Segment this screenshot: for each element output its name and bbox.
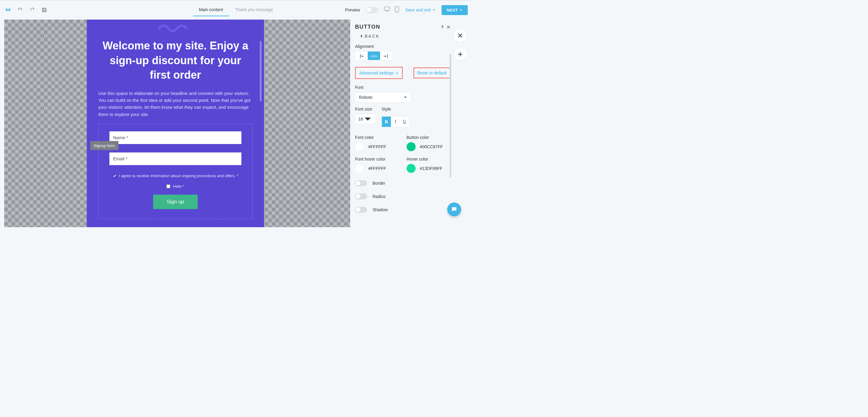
font-select[interactable]: Roboto	[355, 92, 411, 102]
save-and-exit-label: Save and exit	[405, 7, 431, 12]
shadow-toggle[interactable]	[355, 207, 367, 213]
consent-line: I agree to receive information about ong…	[110, 173, 241, 178]
undo-icon[interactable]	[17, 7, 24, 13]
popup-preview[interactable]: Welcome to my site. Enjoy a sign-up disc…	[87, 20, 264, 227]
signup-button[interactable]: Sign up	[153, 195, 198, 209]
right-panel: BUTTON BACK Alignment |← →|← →| Advanced…	[350, 20, 472, 227]
svg-point-2	[397, 11, 397, 11]
redo-icon[interactable]	[29, 7, 36, 13]
border-label: Border	[373, 181, 385, 186]
desktop-icon[interactable]	[384, 6, 390, 13]
topbar: Main content Thank you message Preview S…	[0, 1, 472, 19]
mobile-icon[interactable]	[395, 6, 399, 13]
font-hover-group: Font hover color #FFFFFF	[355, 157, 399, 173]
radius-label: Radius	[373, 194, 386, 199]
hello-line: Hello *	[110, 184, 241, 189]
tab-main-content[interactable]: Main content	[193, 4, 229, 16]
next-label: NEXT	[447, 8, 458, 12]
font-hover-swatch[interactable]	[355, 164, 364, 173]
signup-form[interactable]: Name * Email * I agree to receive inform…	[98, 124, 253, 219]
font-color-group: Font color #FFFFFF	[355, 135, 399, 151]
style-group: B I U	[381, 116, 409, 127]
font-color-hex: #FFFFFF	[368, 144, 386, 149]
email-input[interactable]: Email *	[110, 153, 241, 165]
tab-label: Main content	[199, 7, 223, 12]
consent-text: I agree to receive information about ong…	[119, 173, 239, 178]
logo[interactable]	[5, 7, 11, 13]
svg-rect-0	[384, 7, 390, 10]
button-color-label: Button color	[407, 135, 450, 140]
signup-form-tag: Signup form	[90, 141, 119, 150]
font-size-value: 16	[358, 117, 363, 121]
reset-label: Reset to default	[417, 70, 447, 75]
save-and-exit-link[interactable]: Save and exit	[405, 7, 435, 12]
shadow-label: Shadow	[373, 207, 388, 212]
radius-toggle[interactable]	[355, 193, 367, 199]
close-panel-button[interactable]	[454, 29, 467, 42]
placeholder: Email *	[113, 156, 127, 161]
font-label: Font	[355, 85, 450, 90]
popup-headline: Welcome to my site. Enjoy a sign-up disc…	[98, 38, 253, 83]
popup-scrollbar[interactable]	[260, 41, 261, 101]
border-toggle[interactable]	[355, 180, 367, 186]
panel-scrollbar[interactable]	[450, 54, 451, 178]
save-icon[interactable]	[41, 7, 48, 13]
placeholder: Name *	[113, 135, 128, 140]
alignment-group: |← →|← →|	[355, 51, 393, 60]
bold-button[interactable]: B	[382, 117, 391, 127]
back-button[interactable]: BACK	[360, 34, 450, 38]
editor-canvas: Welcome to my site. Enjoy a sign-up disc…	[4, 20, 350, 227]
name-input[interactable]: Name *	[110, 131, 241, 144]
align-center[interactable]: →|←	[368, 52, 380, 60]
font-hover-label: Font hover color	[355, 157, 399, 161]
button-color-hex: #00CC87FF	[420, 144, 443, 149]
italic-button[interactable]: I	[391, 117, 400, 127]
tab-thank-you[interactable]: Thank you message	[229, 4, 279, 16]
align-left[interactable]: |←	[355, 52, 368, 60]
reset-to-default-button[interactable]: Reset to default	[413, 67, 450, 78]
content-tabs: Main content Thank you message	[193, 1, 279, 19]
alignment-label: Alignment	[355, 44, 450, 49]
hover-color-label: Hover color	[407, 157, 450, 161]
panel-title: BUTTON	[355, 24, 380, 30]
chat-fab[interactable]	[447, 202, 461, 216]
button-color-swatch[interactable]	[407, 142, 415, 151]
popup-logo-image	[98, 22, 253, 36]
font-hover-hex: #FFFFFF	[368, 166, 386, 171]
font-size-select[interactable]: 16	[355, 114, 375, 124]
underline-button[interactable]: U	[400, 117, 409, 127]
consent-checkbox[interactable]	[113, 174, 117, 178]
button-color-group: Button color #00CC87FF	[407, 135, 450, 151]
preview-toggle[interactable]	[366, 7, 378, 13]
popup-body-text: Use this space to elaborate on your head…	[98, 90, 253, 118]
tab-label: Thank you message	[235, 7, 273, 12]
chevron-left-icon	[360, 34, 362, 38]
back-label: BACK	[365, 34, 380, 38]
advanced-settings-button[interactable]: Advanced settings	[355, 67, 403, 79]
preview-label: Preview	[345, 7, 360, 12]
pin-icon[interactable]	[441, 25, 444, 29]
align-right[interactable]: →|	[380, 52, 393, 60]
hello-checkbox[interactable]	[166, 184, 170, 188]
close-icon[interactable]	[447, 25, 450, 29]
chevron-down-icon	[433, 8, 435, 11]
font-color-swatch[interactable]	[355, 142, 364, 151]
chevron-down-icon	[363, 115, 372, 124]
add-element-button[interactable]	[454, 48, 467, 61]
advanced-settings-label: Advanced settings	[359, 70, 394, 75]
next-button[interactable]: NEXT	[441, 5, 468, 15]
hover-color-group: Hover color #13DF99FF	[407, 157, 450, 173]
chevron-up-icon	[396, 71, 398, 74]
chevron-right-icon	[460, 8, 463, 11]
chevron-down-icon	[404, 96, 407, 99]
font-color-label: Font color	[355, 135, 399, 140]
style-label: Style	[381, 107, 409, 111]
font-size-label: Font size	[355, 107, 375, 111]
hover-color-hex: #13DF99FF	[420, 166, 442, 171]
hello-text: Hello *	[173, 184, 184, 189]
hover-color-swatch[interactable]	[407, 164, 415, 173]
font-value: Roboto	[359, 95, 373, 100]
